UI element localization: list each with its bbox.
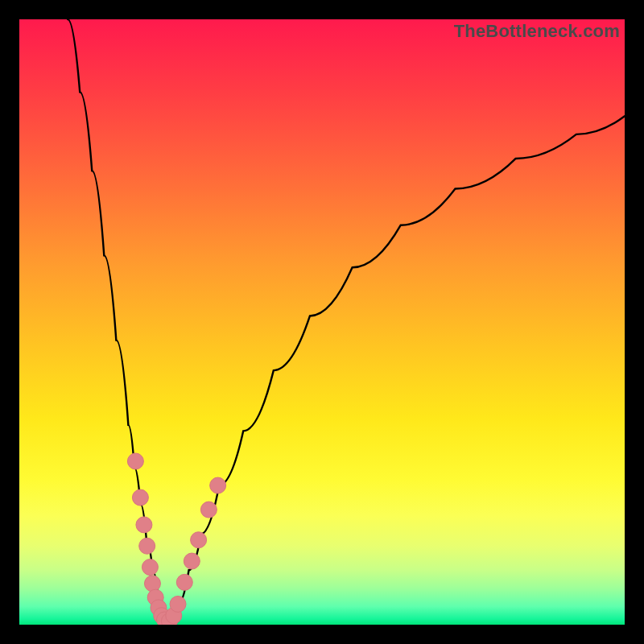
- marker-point: [139, 538, 155, 554]
- marker-points: [127, 453, 225, 625]
- chart-frame: TheBottleneck.com: [0, 0, 644, 644]
- marker-point: [136, 517, 152, 533]
- chart-svg: [19, 19, 625, 625]
- marker-point: [176, 574, 192, 590]
- marker-point: [210, 477, 226, 493]
- marker-point: [200, 502, 217, 518]
- bottleneck-curves: [68, 19, 625, 625]
- plot-area: TheBottleneck.com: [19, 19, 625, 625]
- curve-left-branch: [68, 19, 163, 625]
- curve-right-branch: [171, 116, 625, 625]
- marker-point: [184, 553, 200, 569]
- marker-point: [191, 532, 207, 548]
- marker-point: [144, 576, 160, 592]
- marker-point: [170, 596, 186, 612]
- marker-point: [132, 489, 148, 506]
- marker-point: [127, 453, 143, 469]
- marker-point: [142, 559, 158, 576]
- watermark-text: TheBottleneck.com: [454, 21, 620, 42]
